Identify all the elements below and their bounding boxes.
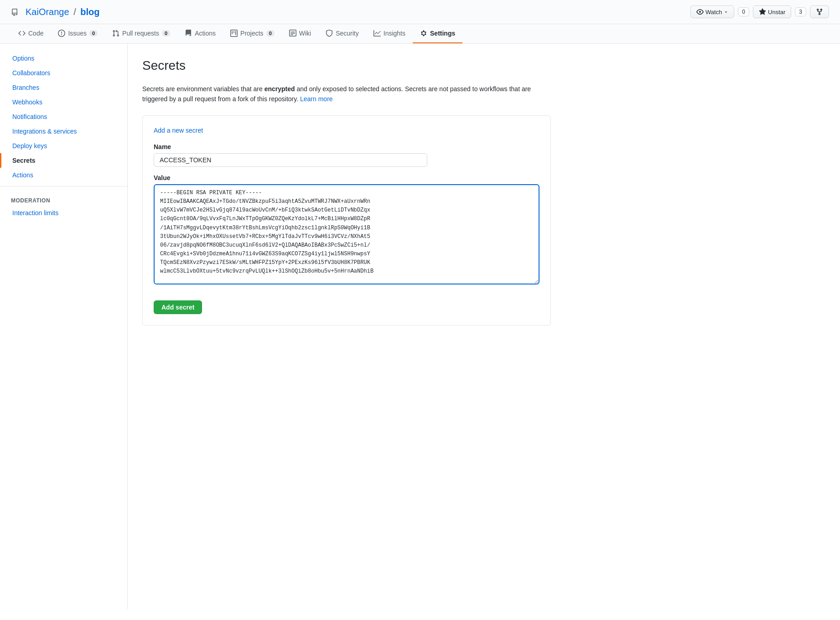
sidebar-item-integrations[interactable]: Integrations & services xyxy=(0,124,127,139)
repo-link[interactable]: blog xyxy=(80,7,99,17)
secret-value-textarea[interactable] xyxy=(154,184,539,284)
tab-insights-label: Insights xyxy=(384,30,405,37)
unstar-label: Unstar xyxy=(768,9,785,16)
tab-projects-label: Projects xyxy=(240,30,264,37)
watch-button[interactable]: Watch xyxy=(690,5,734,18)
main-content: Secrets Secrets are environment variable… xyxy=(128,44,565,609)
sidebar-divider xyxy=(0,186,127,186)
sidebar-item-branches[interactable]: Branches xyxy=(0,80,127,95)
code-icon xyxy=(18,30,26,37)
header-actions: Watch 0 Unstar 3 xyxy=(690,5,829,18)
sidebar-item-options[interactable]: Options xyxy=(0,51,127,66)
sidebar-item-notifications[interactable]: Notifications xyxy=(0,109,127,124)
projects-icon xyxy=(230,30,238,37)
graph-icon xyxy=(373,30,381,37)
tab-code-label: Code xyxy=(28,30,43,37)
tab-security[interactable]: Security xyxy=(318,24,366,43)
issues-badge: 0 xyxy=(89,30,98,36)
textarea-wrapper xyxy=(154,184,539,286)
separator: / xyxy=(73,7,76,17)
sidebar-item-secrets[interactable]: Secrets xyxy=(0,153,127,168)
tab-wiki-label: Wiki xyxy=(299,30,311,37)
eye-icon xyxy=(696,8,704,16)
value-form-group: Value xyxy=(154,174,539,286)
tab-pr-label: Pull requests xyxy=(122,30,159,37)
issue-icon xyxy=(58,30,65,37)
tab-actions[interactable]: Actions xyxy=(177,24,223,43)
name-form-group: Name xyxy=(154,143,539,167)
gear-icon xyxy=(420,30,427,37)
tab-projects[interactable]: Projects 0 xyxy=(223,24,282,43)
tab-issues[interactable]: Issues 0 xyxy=(51,24,105,43)
name-input[interactable] xyxy=(154,153,427,167)
repo-title: KaiOrange / blog xyxy=(26,7,100,17)
page-layout: Options Collaborators Branches Webhooks … xyxy=(0,44,840,609)
tab-issues-label: Issues xyxy=(68,30,86,37)
projects-badge: 0 xyxy=(266,30,275,36)
tab-settings[interactable]: Settings xyxy=(413,24,462,43)
page-header: KaiOrange / blog Watch 0 Unstar 3 xyxy=(0,0,840,24)
name-label: Name xyxy=(154,143,539,150)
tab-insights[interactable]: Insights xyxy=(366,24,413,43)
add-secret-button[interactable]: Add secret xyxy=(154,300,202,314)
fork-icon xyxy=(816,8,823,16)
sidebar-item-webhooks[interactable]: Webhooks xyxy=(0,95,127,109)
tab-settings-label: Settings xyxy=(430,30,455,37)
tab-security-label: Security xyxy=(336,30,359,37)
add-new-secret-link[interactable]: Add a new secret xyxy=(154,127,203,134)
sidebar-item-deploy-keys[interactable]: Deploy keys xyxy=(0,139,127,153)
chevron-down-icon xyxy=(724,10,728,14)
pr-icon xyxy=(112,30,119,37)
description-text: Secrets are environment variables that a… xyxy=(142,84,551,104)
org-link[interactable]: KaiOrange xyxy=(26,7,69,17)
actions-icon xyxy=(185,30,192,37)
fork-button[interactable] xyxy=(810,5,829,18)
shield-icon xyxy=(326,30,333,37)
sidebar-item-interaction-limits[interactable]: Interaction limits xyxy=(0,206,127,220)
unstar-button[interactable]: Unstar xyxy=(753,5,791,18)
tab-pull-requests[interactable]: Pull requests 0 xyxy=(105,24,177,43)
sidebar-item-actions[interactable]: Actions xyxy=(0,168,127,182)
star-icon xyxy=(759,8,766,16)
learn-more-link[interactable]: Learn more xyxy=(300,95,333,103)
sidebar: Options Collaborators Branches Webhooks … xyxy=(0,44,128,609)
watch-label: Watch xyxy=(705,9,722,16)
tab-actions-label: Actions xyxy=(195,30,216,37)
value-label: Value xyxy=(154,174,539,181)
pr-badge: 0 xyxy=(162,30,170,36)
star-count: 3 xyxy=(795,7,806,16)
secret-card: Add a new secret Name Value Add secret xyxy=(142,115,551,326)
sidebar-item-collaborators[interactable]: Collaborators xyxy=(0,66,127,80)
watch-count: 0 xyxy=(738,7,749,16)
description-part1: Secrets are environment variables that a… xyxy=(142,85,264,93)
nav-tabs: Code Issues 0 Pull requests 0 Actions Pr… xyxy=(0,24,840,44)
tab-wiki[interactable]: Wiki xyxy=(282,24,318,43)
page-title: Secrets xyxy=(142,58,551,73)
wiki-icon xyxy=(289,30,296,37)
repo-icon xyxy=(11,8,18,16)
moderation-section-header: Moderation xyxy=(0,190,127,206)
description-bold: encrypted xyxy=(264,85,295,93)
tab-code[interactable]: Code xyxy=(11,24,51,43)
